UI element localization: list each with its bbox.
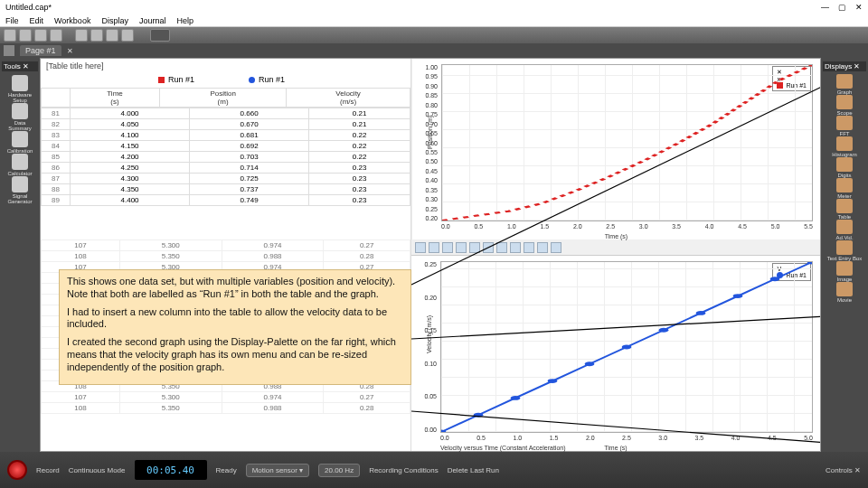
fit-icon[interactable]: [456, 242, 467, 253]
slope-icon[interactable]: [483, 242, 494, 253]
props-icon[interactable]: [551, 242, 561, 253]
tool-hardware-setup[interactable]: Hardware Setup: [4, 75, 36, 103]
svg-point-9: [770, 277, 780, 281]
tick-label: 0.40: [425, 177, 438, 183]
table-row[interactable]: 814.0000.6600.21: [42, 108, 410, 119]
tick-label: 2.5: [606, 223, 615, 232]
area-icon[interactable]: [537, 242, 548, 253]
display-fft[interactable]: FFT: [825, 116, 864, 136]
graph1-plot-area[interactable]: [441, 64, 813, 221]
table-row[interactable]: 844.1500.6920.22: [42, 141, 410, 152]
tick-label: 0.90: [425, 83, 438, 89]
col-header[interactable]: Time(s): [71, 89, 160, 108]
recording-conditions-button[interactable]: Recording Conditions: [369, 466, 439, 474]
add-page-icon[interactable]: [4, 45, 14, 56]
tick-label: 0.55: [425, 149, 438, 155]
table-row[interactable]: 1075.3000.9740.27: [42, 240, 410, 251]
save-icon[interactable]: [34, 29, 47, 42]
tick-label: 3.0: [658, 435, 667, 444]
col-header[interactable]: Velocity(m/s): [287, 89, 410, 108]
tick-label: 0.30: [425, 196, 438, 202]
table-row[interactable]: 894.4000.7490.23: [42, 195, 410, 206]
camera-icon[interactable]: [150, 29, 170, 42]
tool-icon[interactable]: [106, 29, 118, 42]
minimize-button[interactable]: —: [821, 3, 829, 12]
record-button[interactable]: [7, 460, 27, 480]
tool-signal-generator[interactable]: Signal Generator: [4, 176, 36, 204]
menu-file[interactable]: File: [5, 16, 19, 25]
display-scope[interactable]: Scope: [825, 95, 864, 116]
table-row[interactable]: 834.1000.6810.22: [42, 130, 410, 141]
display-histogram[interactable]: Histogram: [825, 136, 864, 157]
annotate-icon[interactable]: [496, 242, 507, 253]
tick-label: 4.0: [731, 435, 741, 444]
sample-rate[interactable]: 20.00 Hz: [318, 464, 360, 477]
table-row[interactable]: 864.2500.7140.23: [42, 163, 410, 174]
display-meter[interactable]: Meter: [825, 178, 864, 199]
tick-label: 4.0: [705, 223, 714, 232]
sensor-select[interactable]: Motion sensor ▾: [246, 464, 309, 477]
close-button[interactable]: ✕: [855, 3, 863, 12]
tool-data-summary[interactable]: Data Summary: [4, 103, 36, 131]
tab-close-icon[interactable]: ✕: [67, 47, 73, 55]
menu-display[interactable]: Display: [101, 16, 128, 25]
svg-point-5: [622, 345, 632, 350]
menu-workbook[interactable]: Workbook: [54, 16, 90, 25]
rescale-icon[interactable]: [415, 242, 426, 253]
zoom-icon[interactable]: [442, 242, 453, 253]
data-table[interactable]: Time(s)Position(m)Velocity(m/s): [41, 88, 410, 108]
table-title[interactable]: [Table title here]: [41, 59, 410, 73]
table-row[interactable]: 1085.3500.9880.28: [42, 251, 410, 262]
maximize-button[interactable]: ▢: [838, 3, 846, 12]
tick-label: 1.0: [507, 223, 516, 232]
menu-help[interactable]: Help: [176, 16, 193, 25]
tick-label: 0.10: [424, 361, 437, 367]
continuous-mode-label[interactable]: Continuous Mode: [69, 466, 126, 474]
open-icon[interactable]: [19, 29, 32, 42]
journal-icon[interactable]: [75, 29, 88, 42]
menu-edit[interactable]: Edit: [30, 16, 44, 25]
delta-icon[interactable]: [524, 242, 534, 253]
tool-calibration[interactable]: Calibration: [4, 131, 36, 154]
snapshot-icon[interactable]: [90, 29, 103, 42]
table-row[interactable]: 1075.3000.9740.27: [42, 392, 410, 403]
table-row[interactable]: 824.0500.6700.21: [42, 119, 410, 130]
new-icon[interactable]: [4, 29, 16, 42]
display-image[interactable]: Image: [825, 261, 864, 282]
export-icon[interactable]: [50, 29, 62, 42]
callout-p2: I had to insert a new column into the ta…: [67, 306, 403, 332]
display-text-entry-box[interactable]: Text Entry Box: [825, 240, 864, 261]
delete-last-run-button[interactable]: Delete Last Run: [448, 466, 499, 474]
position-graph[interactable]: ✕ x Run #1 0.200.250.300.350.400.450.500…: [411, 59, 820, 239]
tick-label: 0.0: [440, 435, 449, 444]
tick-label: 2.0: [573, 223, 582, 232]
display-digits[interactable]: Digits: [825, 157, 864, 178]
tool-icon: [12, 131, 28, 147]
controls-label[interactable]: Controls ✕: [826, 466, 861, 474]
data-table-pane: [Table title here] Run #1 Run #1 Time(s)…: [41, 59, 411, 239]
coord-icon[interactable]: [510, 242, 521, 253]
velocity-graph[interactable]: V Run #1 0.000.050.100.150.200.25 Veloci…: [411, 256, 820, 451]
display-table[interactable]: Table: [825, 199, 864, 220]
display-icon: [836, 95, 853, 109]
table-row[interactable]: 1085.3500.9880.28: [42, 403, 410, 414]
tick-label: 0.45: [425, 168, 438, 174]
table-row[interactable]: 854.2000.7030.22: [42, 152, 410, 163]
table-row[interactable]: 874.3000.7250.23: [42, 174, 410, 184]
graph2-plot-area[interactable]: [440, 261, 813, 433]
select-icon[interactable]: [429, 242, 439, 253]
table-row[interactable]: 884.3500.7370.23: [42, 184, 410, 195]
menu-journal[interactable]: Journal: [139, 16, 166, 25]
page-tab[interactable]: Page #1: [20, 45, 61, 56]
display-icon: [836, 74, 853, 89]
display-icon: [836, 220, 853, 234]
tool-icon: [12, 103, 28, 119]
display-ad-vid-[interactable]: Ad.Vid.: [825, 220, 864, 240]
tool2-icon[interactable]: [121, 29, 134, 42]
col-header[interactable]: Position(m): [160, 89, 287, 108]
tick-label: 0.25: [424, 261, 437, 267]
stats-icon[interactable]: [469, 242, 480, 253]
tool-calculator[interactable]: Calculator: [4, 154, 36, 176]
display-movie[interactable]: Movie: [825, 282, 864, 303]
display-graph[interactable]: Graph: [825, 74, 864, 95]
